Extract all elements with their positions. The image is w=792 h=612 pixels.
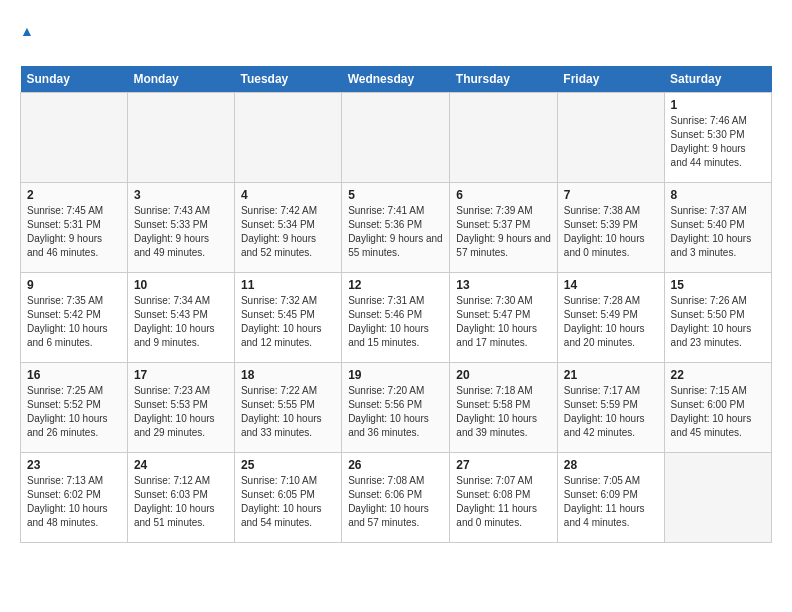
day-number: 9 — [27, 278, 121, 292]
page-header: ▲ — [20, 20, 772, 50]
day-info: Sunrise: 7:31 AM Sunset: 5:46 PM Dayligh… — [348, 294, 443, 350]
calendar-cell: 6Sunrise: 7:39 AM Sunset: 5:37 PM Daylig… — [450, 182, 558, 272]
calendar-cell — [342, 92, 450, 182]
week-row-1: 1Sunrise: 7:46 AM Sunset: 5:30 PM Daylig… — [21, 92, 772, 182]
day-number: 11 — [241, 278, 335, 292]
day-info: Sunrise: 7:07 AM Sunset: 6:08 PM Dayligh… — [456, 474, 551, 530]
day-info: Sunrise: 7:41 AM Sunset: 5:36 PM Dayligh… — [348, 204, 443, 260]
calendar-cell — [664, 452, 771, 542]
day-number: 17 — [134, 368, 228, 382]
day-number: 15 — [671, 278, 765, 292]
day-info: Sunrise: 7:34 AM Sunset: 5:43 PM Dayligh… — [134, 294, 228, 350]
calendar-cell — [234, 92, 341, 182]
calendar-cell: 27Sunrise: 7:07 AM Sunset: 6:08 PM Dayli… — [450, 452, 558, 542]
day-header-saturday: Saturday — [664, 66, 771, 93]
calendar-cell: 22Sunrise: 7:15 AM Sunset: 6:00 PM Dayli… — [664, 362, 771, 452]
day-info: Sunrise: 7:43 AM Sunset: 5:33 PM Dayligh… — [134, 204, 228, 260]
calendar-cell: 25Sunrise: 7:10 AM Sunset: 6:05 PM Dayli… — [234, 452, 341, 542]
calendar-cell — [127, 92, 234, 182]
day-number: 14 — [564, 278, 658, 292]
day-number: 6 — [456, 188, 551, 202]
day-number: 25 — [241, 458, 335, 472]
calendar-cell: 8Sunrise: 7:37 AM Sunset: 5:40 PM Daylig… — [664, 182, 771, 272]
day-info: Sunrise: 7:13 AM Sunset: 6:02 PM Dayligh… — [27, 474, 121, 530]
day-header-sunday: Sunday — [21, 66, 128, 93]
day-header-tuesday: Tuesday — [234, 66, 341, 93]
days-header-row: SundayMondayTuesdayWednesdayThursdayFrid… — [21, 66, 772, 93]
day-info: Sunrise: 7:28 AM Sunset: 5:49 PM Dayligh… — [564, 294, 658, 350]
week-row-3: 9Sunrise: 7:35 AM Sunset: 5:42 PM Daylig… — [21, 272, 772, 362]
day-number: 10 — [134, 278, 228, 292]
week-row-4: 16Sunrise: 7:25 AM Sunset: 5:52 PM Dayli… — [21, 362, 772, 452]
day-info: Sunrise: 7:18 AM Sunset: 5:58 PM Dayligh… — [456, 384, 551, 440]
logo: ▲ — [20, 24, 34, 50]
day-header-monday: Monday — [127, 66, 234, 93]
calendar-cell: 2Sunrise: 7:45 AM Sunset: 5:31 PM Daylig… — [21, 182, 128, 272]
calendar-cell: 24Sunrise: 7:12 AM Sunset: 6:03 PM Dayli… — [127, 452, 234, 542]
day-info: Sunrise: 7:37 AM Sunset: 5:40 PM Dayligh… — [671, 204, 765, 260]
day-info: Sunrise: 7:23 AM Sunset: 5:53 PM Dayligh… — [134, 384, 228, 440]
calendar-table: SundayMondayTuesdayWednesdayThursdayFrid… — [20, 66, 772, 543]
day-number: 22 — [671, 368, 765, 382]
day-number: 24 — [134, 458, 228, 472]
week-row-2: 2Sunrise: 7:45 AM Sunset: 5:31 PM Daylig… — [21, 182, 772, 272]
day-number: 19 — [348, 368, 443, 382]
calendar-cell: 4Sunrise: 7:42 AM Sunset: 5:34 PM Daylig… — [234, 182, 341, 272]
calendar-cell: 17Sunrise: 7:23 AM Sunset: 5:53 PM Dayli… — [127, 362, 234, 452]
day-info: Sunrise: 7:35 AM Sunset: 5:42 PM Dayligh… — [27, 294, 121, 350]
calendar-cell: 13Sunrise: 7:30 AM Sunset: 5:47 PM Dayli… — [450, 272, 558, 362]
day-info: Sunrise: 7:25 AM Sunset: 5:52 PM Dayligh… — [27, 384, 121, 440]
calendar-cell: 26Sunrise: 7:08 AM Sunset: 6:06 PM Dayli… — [342, 452, 450, 542]
day-number: 8 — [671, 188, 765, 202]
day-number: 27 — [456, 458, 551, 472]
day-info: Sunrise: 7:32 AM Sunset: 5:45 PM Dayligh… — [241, 294, 335, 350]
calendar-cell: 19Sunrise: 7:20 AM Sunset: 5:56 PM Dayli… — [342, 362, 450, 452]
calendar-cell: 16Sunrise: 7:25 AM Sunset: 5:52 PM Dayli… — [21, 362, 128, 452]
day-info: Sunrise: 7:46 AM Sunset: 5:30 PM Dayligh… — [671, 114, 765, 170]
calendar-cell: 20Sunrise: 7:18 AM Sunset: 5:58 PM Dayli… — [450, 362, 558, 452]
day-number: 16 — [27, 368, 121, 382]
calendar-cell: 14Sunrise: 7:28 AM Sunset: 5:49 PM Dayli… — [557, 272, 664, 362]
day-info: Sunrise: 7:15 AM Sunset: 6:00 PM Dayligh… — [671, 384, 765, 440]
calendar-cell: 1Sunrise: 7:46 AM Sunset: 5:30 PM Daylig… — [664, 92, 771, 182]
day-info: Sunrise: 7:20 AM Sunset: 5:56 PM Dayligh… — [348, 384, 443, 440]
day-info: Sunrise: 7:45 AM Sunset: 5:31 PM Dayligh… — [27, 204, 121, 260]
calendar-cell: 10Sunrise: 7:34 AM Sunset: 5:43 PM Dayli… — [127, 272, 234, 362]
calendar-cell: 7Sunrise: 7:38 AM Sunset: 5:39 PM Daylig… — [557, 182, 664, 272]
calendar-cell: 28Sunrise: 7:05 AM Sunset: 6:09 PM Dayli… — [557, 452, 664, 542]
day-number: 23 — [27, 458, 121, 472]
calendar-cell: 15Sunrise: 7:26 AM Sunset: 5:50 PM Dayli… — [664, 272, 771, 362]
calendar-cell: 18Sunrise: 7:22 AM Sunset: 5:55 PM Dayli… — [234, 362, 341, 452]
day-number: 13 — [456, 278, 551, 292]
calendar-cell: 21Sunrise: 7:17 AM Sunset: 5:59 PM Dayli… — [557, 362, 664, 452]
day-info: Sunrise: 7:39 AM Sunset: 5:37 PM Dayligh… — [456, 204, 551, 260]
day-number: 1 — [671, 98, 765, 112]
day-info: Sunrise: 7:26 AM Sunset: 5:50 PM Dayligh… — [671, 294, 765, 350]
day-header-friday: Friday — [557, 66, 664, 93]
day-header-wednesday: Wednesday — [342, 66, 450, 93]
day-info: Sunrise: 7:38 AM Sunset: 5:39 PM Dayligh… — [564, 204, 658, 260]
day-number: 28 — [564, 458, 658, 472]
day-number: 2 — [27, 188, 121, 202]
day-info: Sunrise: 7:30 AM Sunset: 5:47 PM Dayligh… — [456, 294, 551, 350]
calendar-cell — [557, 92, 664, 182]
day-number: 21 — [564, 368, 658, 382]
day-number: 7 — [564, 188, 658, 202]
day-info: Sunrise: 7:12 AM Sunset: 6:03 PM Dayligh… — [134, 474, 228, 530]
day-info: Sunrise: 7:08 AM Sunset: 6:06 PM Dayligh… — [348, 474, 443, 530]
day-number: 3 — [134, 188, 228, 202]
calendar-cell: 9Sunrise: 7:35 AM Sunset: 5:42 PM Daylig… — [21, 272, 128, 362]
day-number: 4 — [241, 188, 335, 202]
calendar-cell — [21, 92, 128, 182]
day-number: 26 — [348, 458, 443, 472]
calendar-cell: 3Sunrise: 7:43 AM Sunset: 5:33 PM Daylig… — [127, 182, 234, 272]
week-row-5: 23Sunrise: 7:13 AM Sunset: 6:02 PM Dayli… — [21, 452, 772, 542]
calendar-cell: 5Sunrise: 7:41 AM Sunset: 5:36 PM Daylig… — [342, 182, 450, 272]
day-info: Sunrise: 7:05 AM Sunset: 6:09 PM Dayligh… — [564, 474, 658, 530]
day-info: Sunrise: 7:42 AM Sunset: 5:34 PM Dayligh… — [241, 204, 335, 260]
day-number: 5 — [348, 188, 443, 202]
day-header-thursday: Thursday — [450, 66, 558, 93]
calendar-cell — [450, 92, 558, 182]
day-info: Sunrise: 7:10 AM Sunset: 6:05 PM Dayligh… — [241, 474, 335, 530]
day-number: 18 — [241, 368, 335, 382]
